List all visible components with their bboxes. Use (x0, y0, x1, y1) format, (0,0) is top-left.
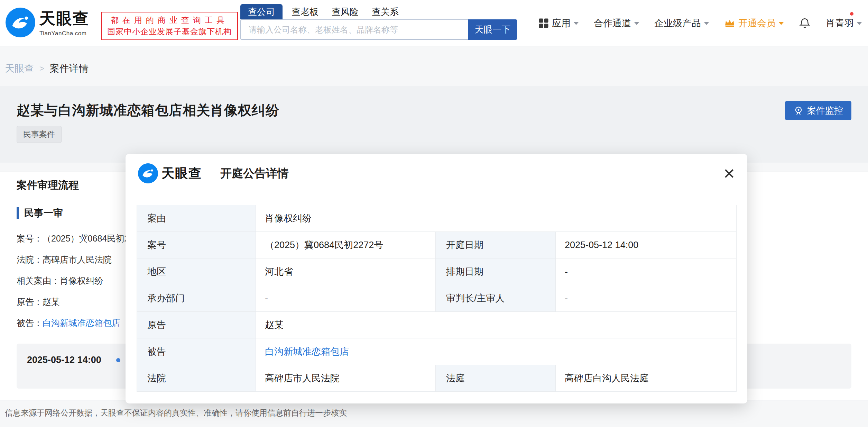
field-value: 河北省 (256, 258, 436, 285)
brand-name: 天眼查 (39, 8, 89, 29)
field-value: （2025）冀0684民初2272号 (256, 232, 436, 258)
nav-enterprise[interactable]: 企业级产品 (654, 17, 709, 29)
tab-company[interactable]: 查公司 (240, 4, 283, 19)
field-label: 承办部门 (137, 285, 256, 312)
notification-bell[interactable] (799, 17, 811, 29)
nav-cooperation-label: 合作通道 (594, 17, 631, 29)
field-value: 肖像权纠纷 (256, 205, 737, 232)
table-row: 承办部门 - 审判长/主审人 - (137, 285, 737, 312)
search-input[interactable] (240, 19, 468, 40)
breadcrumb-current: 案件详情 (50, 62, 89, 75)
brand-domain: TianYanCha.com (39, 30, 89, 37)
field-value: - (256, 285, 436, 312)
section-title: 案件审理流程 (17, 178, 79, 192)
timeline-dot (116, 358, 120, 362)
bell-icon (799, 17, 811, 29)
field-value: 2025-05-12 14:00 (556, 232, 737, 258)
breadcrumb-home[interactable]: 天眼查 (5, 62, 34, 75)
slogan-line1: 都在用的商业查询工具 (107, 15, 232, 26)
field-label: 案由 (137, 205, 256, 232)
nav-enterprise-label: 企业级产品 (654, 17, 701, 29)
nav-vip-label: 开通会员 (738, 17, 776, 29)
breadcrumb: 天眼查 > 案件详情 (5, 61, 89, 76)
chevron-down-icon (779, 22, 784, 27)
field-label: 开庭日期 (436, 232, 556, 258)
field-value: 赵某 (43, 296, 60, 308)
tianyancha-logo-icon (6, 8, 35, 37)
user-menu[interactable]: 肖青羽 (826, 17, 862, 29)
chevron-down-icon (634, 22, 639, 27)
case-header: 赵某与白沟新城准恋箱包店相关肖像权纠纷 民事案件 案件监控 (0, 86, 868, 163)
close-icon[interactable]: × (723, 164, 735, 183)
header: 天眼查 TianYanCha.com 都在用的商业查询工具 国家中小企业发展子基… (0, 0, 868, 46)
field-label: 相关案由： (17, 275, 60, 287)
grid-icon (538, 18, 549, 28)
field-label: 案号 (137, 232, 256, 258)
case-type-badge: 民事案件 (17, 126, 62, 143)
case-title: 赵某与白沟新城准恋箱包店相关肖像权纠纷 (17, 101, 279, 120)
table-row: 案由 肖像权纠纷 (137, 205, 737, 232)
field-value: 高碑店白沟人民法庭 (556, 365, 737, 392)
field-label: 原告 (137, 312, 256, 338)
divider (211, 166, 211, 180)
chevron-right-icon: > (39, 64, 44, 73)
defendant-link[interactable]: 白沟新城准恋箱包店 (43, 317, 120, 329)
monitor-icon (793, 106, 804, 116)
slogan-badge: 都在用的商业查询工具 国家中小企业发展子基金旗下机构 (101, 12, 238, 40)
search-button[interactable]: 天眼一下 (468, 19, 517, 40)
field-label: 审判长/主审人 (436, 285, 556, 312)
table-row: 地区 河北省 排期日期 - (137, 258, 737, 285)
field-value: - (556, 258, 737, 285)
field-value: - (556, 285, 737, 312)
hearing-detail-modal: 天眼查 开庭公告详情 × 案由 肖像权纠纷 案号 （2025）冀0684民初22… (126, 154, 747, 403)
slogan-line2: 国家中小企业发展子基金旗下机构 (107, 26, 232, 37)
table-row: 被告 白沟新城准恋箱包店 (137, 338, 737, 365)
tab-risk[interactable]: 查风险 (327, 4, 363, 19)
stage-title: 民事一审 (17, 207, 63, 219)
table-row: 案号 （2025）冀0684民初2272号 开庭日期 2025-05-12 14… (137, 232, 737, 258)
field-value: 高碑店市人民法院 (43, 254, 112, 265)
tab-relation[interactable]: 查关系 (368, 4, 403, 19)
search-area: 查公司 查老板 查风险 查关系 天眼一下 (240, 4, 517, 40)
field-label: 法院： (17, 254, 43, 265)
table-row: 法院 高碑店市人民法院 法庭 高碑店白沟人民法庭 (137, 365, 737, 392)
case-monitor-label: 案件监控 (807, 105, 843, 117)
hearing-detail-table: 案由 肖像权纠纷 案号 （2025）冀0684民初2272号 开庭日期 2025… (137, 205, 737, 392)
modal-title: 开庭公告详情 (220, 166, 289, 181)
tianyancha-logo-icon (138, 163, 158, 183)
field-label: 原告： (17, 296, 43, 308)
brand-logo[interactable]: 天眼查 TianYanCha.com (6, 8, 89, 37)
defendant-link[interactable]: 白沟新城准恋箱包店 (256, 338, 737, 365)
field-label: 地区 (137, 258, 256, 285)
modal-header: 天眼查 开庭公告详情 × (126, 154, 747, 193)
field-value: 肖像权纠纷 (60, 275, 103, 287)
case-monitor-button[interactable]: 案件监控 (785, 101, 851, 120)
field-label: 排期日期 (436, 258, 556, 285)
nav-cooperation[interactable]: 合作通道 (594, 17, 639, 29)
nav-vip[interactable]: 开通会员 (724, 17, 784, 29)
user-name: 肖青羽 (826, 17, 854, 29)
crown-icon (724, 19, 735, 28)
modal-brand: 天眼查 (161, 165, 202, 182)
hearing-date: 2025-05-12 14:00 (27, 355, 101, 365)
notification-dot (850, 12, 853, 16)
field-label: 被告： (17, 317, 43, 329)
search-tabs: 查公司 查老板 查风险 查关系 (240, 4, 517, 19)
field-label: 法庭 (436, 365, 556, 392)
footer-disclaimer: 信息来源于网络公开数据，天眼查不保证内容的真实性、准确性，请你使用信息前自行进一… (5, 408, 347, 418)
nav-apps[interactable]: 应用 (538, 17, 579, 29)
chevron-down-icon (704, 22, 709, 27)
field-label: 被告 (137, 338, 256, 365)
search-box: 天眼一下 (240, 19, 517, 40)
field-label: 案号： (17, 233, 43, 244)
field-value: 赵某 (256, 312, 737, 338)
tab-boss[interactable]: 查老板 (287, 4, 323, 19)
chevron-down-icon (574, 22, 579, 27)
chevron-down-icon (857, 22, 862, 27)
top-nav: 应用 合作通道 企业级产品 开通会员 肖青羽 (538, 0, 862, 46)
nav-apps-label: 应用 (552, 17, 571, 29)
table-row: 原告 赵某 (137, 312, 737, 338)
field-value: 高碑店市人民法院 (256, 365, 436, 392)
field-label: 法院 (137, 365, 256, 392)
